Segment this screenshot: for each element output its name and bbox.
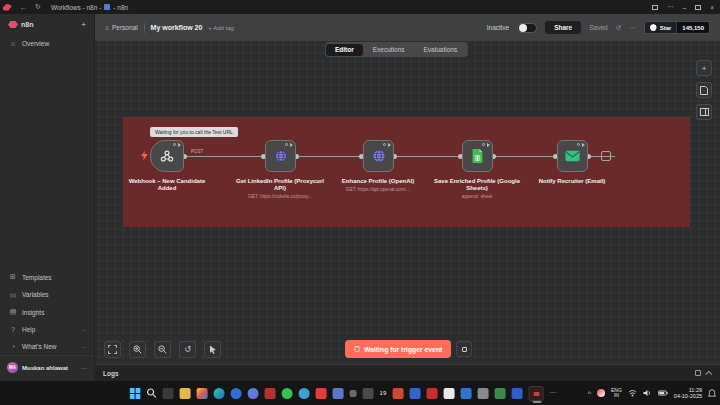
sidebar-item-whats-new[interactable]: ◔ What's New – <box>0 338 94 355</box>
taskbar-app-icon[interactable] <box>477 388 488 399</box>
node-hover-actions[interactable] <box>285 143 293 147</box>
sidebar-item-variables[interactable]: (x) Variables <box>0 286 94 303</box>
project-label: Personal <box>112 24 138 31</box>
node-label: Get LinkedIn Profile (Proxycurl API) GET… <box>235 178 325 200</box>
insights-icon: ▤ <box>9 308 17 316</box>
clock-icon[interactable] <box>443 388 454 399</box>
saved-status: Saved <box>589 24 607 31</box>
wifi-icon[interactable] <box>628 389 637 397</box>
node-save-enriched-profile[interactable] <box>462 140 493 172</box>
language-indicator[interactable]: ENG IN <box>611 388 622 399</box>
zoom-in-button[interactable] <box>129 341 146 358</box>
inactive-label: Inactive <box>487 24 509 31</box>
adobe-pdf-icon[interactable] <box>426 388 437 399</box>
file-explorer-icon[interactable] <box>180 388 191 399</box>
calendar-icon[interactable] <box>363 388 374 399</box>
people-icon[interactable] <box>333 388 344 399</box>
taskbar-overflow-button[interactable]: ⋯ <box>549 389 556 397</box>
word-icon[interactable] <box>511 388 522 399</box>
add-node-endpoint[interactable] <box>601 151 611 161</box>
volume-icon[interactable] <box>643 389 652 397</box>
node-label: Notify Recruiter (Email) <box>527 178 617 185</box>
user-more-button[interactable]: ⋯ <box>81 364 87 371</box>
taskbar-app-icon[interactable] <box>350 390 357 397</box>
taskbar-app-icon[interactable] <box>163 388 174 399</box>
zoom-out-button[interactable] <box>154 341 171 358</box>
toggle-panel-button[interactable] <box>696 104 712 120</box>
tray-app-icon[interactable] <box>597 389 605 397</box>
node-hover-actions[interactable] <box>482 143 490 147</box>
sidebar-item-label: Variables <box>22 291 49 298</box>
history-icon[interactable]: ↺ <box>616 24 621 32</box>
workflow-canvas[interactable]: Editor Executions Evaluations POST Waiti… <box>95 41 720 364</box>
github-star-widget[interactable]: Star 145,150 <box>644 21 710 34</box>
back-button[interactable]: ← <box>20 4 27 11</box>
active-window-n8n-preview[interactable] <box>528 386 543 401</box>
node-enhance-profile[interactable] <box>363 140 394 172</box>
reset-zoom-button[interactable]: ↺ <box>179 341 196 358</box>
node-get-linkedin-profile[interactable] <box>265 140 296 172</box>
node-hover-actions[interactable] <box>383 143 391 147</box>
minimize-button[interactable]: – <box>683 4 687 11</box>
canvas-side-toolbar: + <box>696 60 712 120</box>
youtube-icon[interactable] <box>316 388 327 399</box>
workflow-more-button[interactable]: ⋯ <box>629 24 636 32</box>
open-in-browser-icon[interactable] <box>652 5 658 10</box>
node-hover-actions[interactable] <box>577 143 585 147</box>
excel-icon[interactable] <box>494 388 505 399</box>
add-node-button[interactable]: + <box>696 60 712 76</box>
linkedin-icon[interactable] <box>460 388 471 399</box>
help-icon[interactable] <box>248 388 259 399</box>
search-icon[interactable] <box>147 388 157 398</box>
battery-icon[interactable] <box>658 390 668 396</box>
taskbar-app-icon[interactable] <box>392 388 403 399</box>
node-webhook[interactable] <box>150 140 184 172</box>
sidebar-item-label: Insights <box>22 309 44 316</box>
sidebar-item-label: Overview <box>22 40 49 47</box>
user-menu[interactable]: MA Muskan ahlawat ⋯ <box>0 355 94 377</box>
breadcrumb-project[interactable]: ⌂ Personal <box>105 24 138 31</box>
popout-icon[interactable] <box>695 370 701 376</box>
close-button[interactable]: × <box>710 4 714 11</box>
notifications-bell-icon[interactable] <box>708 389 716 398</box>
tab-editor[interactable]: Editor <box>326 44 363 56</box>
active-toggle[interactable] <box>517 23 537 33</box>
maximize-button[interactable] <box>695 5 701 10</box>
share-button[interactable]: Share <box>545 21 581 34</box>
node-hover-actions[interactable] <box>173 143 181 147</box>
sticky-note-button[interactable] <box>696 82 712 98</box>
whatsapp-icon[interactable] <box>282 388 293 399</box>
sidebar-item-insights[interactable]: ▤ Insights <box>0 303 94 321</box>
tab-executions[interactable]: Executions <box>364 44 414 56</box>
taskbar-app-icon[interactable] <box>231 388 242 399</box>
tab-evaluations[interactable]: Evaluations <box>415 44 467 56</box>
telegram-icon[interactable] <box>299 388 310 399</box>
photos-icon[interactable] <box>197 388 208 399</box>
node-label: Enhance Profile (OpenAI) GET: https://ap… <box>333 178 423 193</box>
sidebar-item-templates[interactable]: ⊞ Templates <box>0 268 94 286</box>
workflow-name[interactable]: My workflow 20 <box>151 24 203 31</box>
tray-expand-icon[interactable]: ^ <box>588 390 591 397</box>
vscode-icon[interactable] <box>409 388 420 399</box>
node-subtitle: append: sheet <box>432 193 522 200</box>
add-tag-button[interactable]: + Add tag <box>208 25 234 31</box>
new-workflow-button[interactable]: + <box>81 20 86 29</box>
edge-icon[interactable] <box>214 388 225 399</box>
sidebar-item-overview[interactable]: ⌂ Overview <box>0 35 94 52</box>
refresh-button[interactable]: ↻ <box>35 3 41 11</box>
fit-view-button[interactable] <box>104 341 121 358</box>
canvas-zoom-toolbar: ↺ <box>104 341 221 358</box>
sidebar-item-help[interactable]: ? Help – <box>0 321 94 338</box>
start-icon[interactable] <box>130 388 141 399</box>
chevron-up-icon[interactable] <box>705 370 712 377</box>
clock[interactable]: 11:29 04-10-2025 <box>674 387 702 399</box>
node-label: Webhook – New Candidate Added <box>122 178 212 192</box>
taskbar-app-icon[interactable] <box>265 388 276 399</box>
titlebar-more-button[interactable]: ⋯ <box>667 3 674 11</box>
stop-execution-button[interactable] <box>456 341 472 357</box>
tidy-up-button[interactable] <box>204 341 221 358</box>
waiting-for-trigger-button[interactable]: Waiting for trigger event <box>345 340 451 358</box>
logs-panel-header[interactable]: Logs <box>95 364 720 381</box>
window-title: Workflows - n8n - - n8n <box>51 4 128 11</box>
node-notify-recruiter[interactable] <box>557 140 588 172</box>
